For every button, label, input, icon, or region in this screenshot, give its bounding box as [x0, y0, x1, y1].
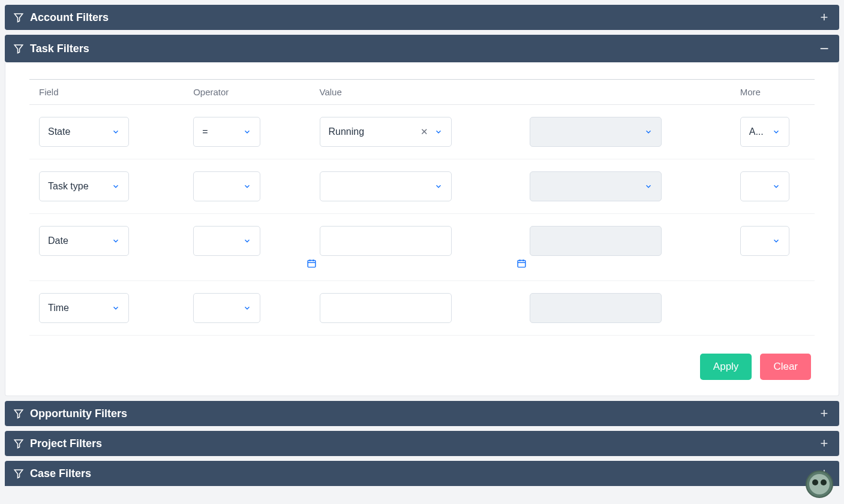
chevron-down-icon [243, 304, 251, 312]
expand-icon[interactable]: + [818, 437, 831, 450]
filter-row: Task type [29, 159, 815, 214]
panel-title: Account Filters [30, 11, 109, 24]
chevron-down-icon [772, 237, 780, 245]
field-value: State [48, 126, 103, 137]
chevron-down-icon [243, 237, 251, 245]
svg-marker-12 [14, 470, 23, 478]
more-select[interactable]: A... [740, 117, 789, 147]
filter-icon [13, 12, 24, 23]
chevron-down-icon [112, 182, 120, 191]
chevron-down-icon [434, 182, 443, 191]
chevron-down-icon [434, 128, 443, 136]
value-text: Running [329, 126, 426, 137]
chevron-down-icon [243, 182, 251, 191]
panel-account-filters: Account Filters + [5, 5, 839, 30]
expand-icon[interactable]: + [818, 11, 831, 24]
filter-table: Field Operator Value More State=Running✕… [29, 79, 815, 336]
apply-button[interactable]: Apply [700, 354, 752, 380]
expand-icon[interactable]: + [818, 407, 831, 420]
chevron-down-icon [644, 182, 653, 191]
col-header-field: Field [29, 80, 184, 105]
date-input[interactable] [320, 226, 452, 256]
filter-icon [13, 43, 24, 54]
filter-row: Time [29, 281, 815, 336]
field-value: Task type [48, 181, 103, 192]
value2-select [530, 171, 662, 201]
operator-value: = [202, 126, 235, 137]
chevron-down-icon [112, 128, 120, 136]
chevron-down-icon [644, 128, 653, 136]
operator-select[interactable] [193, 226, 260, 256]
more-select[interactable] [740, 171, 789, 201]
panel-title: Task Filters [30, 43, 89, 55]
operator-select[interactable]: = [193, 117, 260, 147]
col-header-value: Value [310, 80, 521, 105]
panel-title: Case Filters [30, 467, 91, 480]
panel-header-opportunity[interactable]: Opportunity Filters + [5, 401, 839, 426]
panel-header-case[interactable]: Case Filters + [5, 461, 839, 486]
svg-marker-0 [14, 14, 23, 22]
svg-marker-11 [14, 440, 23, 448]
svg-marker-1 [14, 45, 23, 53]
chevron-down-icon [243, 128, 251, 136]
panel-header-account[interactable]: Account Filters + [5, 5, 839, 30]
chevron-down-icon [112, 237, 120, 245]
chevron-down-icon [772, 128, 780, 136]
more-select[interactable] [740, 226, 789, 256]
filter-icon [13, 408, 24, 419]
panel-project-filters: Project Filters + [5, 431, 839, 456]
value-input[interactable] [320, 293, 452, 323]
field-select[interactable]: Task type [39, 171, 129, 201]
operator-select[interactable] [193, 171, 260, 201]
panel-opportunity-filters: Opportunity Filters + [5, 401, 839, 426]
chevron-down-icon [772, 182, 780, 191]
panel-header-project[interactable]: Project Filters + [5, 431, 839, 456]
filter-icon [13, 468, 24, 479]
clear-value-icon[interactable]: ✕ [421, 126, 428, 137]
filter-row: State=Running✕A... [29, 105, 815, 159]
field-select[interactable]: State [39, 117, 129, 147]
button-row: Apply Clear [29, 354, 815, 380]
panel-task-filters: Task Filters − Field Operator Value More… [5, 35, 839, 396]
field-value: Time [48, 303, 103, 313]
panel-header-task[interactable]: Task Filters − [5, 35, 839, 62]
field-select[interactable]: Time [39, 293, 129, 323]
svg-rect-2 [308, 261, 316, 267]
chevron-down-icon [112, 304, 120, 312]
filter-row: Date [29, 214, 815, 281]
col-header-value2 [520, 80, 731, 105]
value-select[interactable] [320, 171, 452, 201]
operator-select[interactable] [193, 293, 260, 323]
assistant-avatar[interactable] [806, 470, 833, 496]
value2-input [530, 293, 662, 323]
more-value: A... [749, 126, 764, 137]
date-input-2 [530, 226, 662, 256]
col-header-more: More [731, 80, 815, 105]
panel-case-filters: Case Filters + [5, 461, 839, 486]
panel-title: Opportunity Filters [30, 408, 127, 420]
field-value: Date [48, 236, 103, 246]
svg-rect-6 [518, 261, 525, 267]
panel-body-task: Field Operator Value More State=Running✕… [5, 62, 839, 396]
panel-title: Project Filters [30, 437, 102, 450]
collapse-icon[interactable]: − [818, 41, 831, 56]
value-select[interactable]: Running✕ [320, 117, 452, 147]
filter-icon [13, 438, 24, 449]
clear-button[interactable]: Clear [760, 354, 811, 380]
svg-marker-10 [14, 410, 23, 418]
calendar-icon[interactable] [307, 258, 511, 268]
col-header-operator: Operator [184, 80, 310, 105]
field-select[interactable]: Date [39, 226, 129, 256]
value2-select [530, 117, 662, 147]
calendar-icon[interactable] [516, 258, 721, 268]
